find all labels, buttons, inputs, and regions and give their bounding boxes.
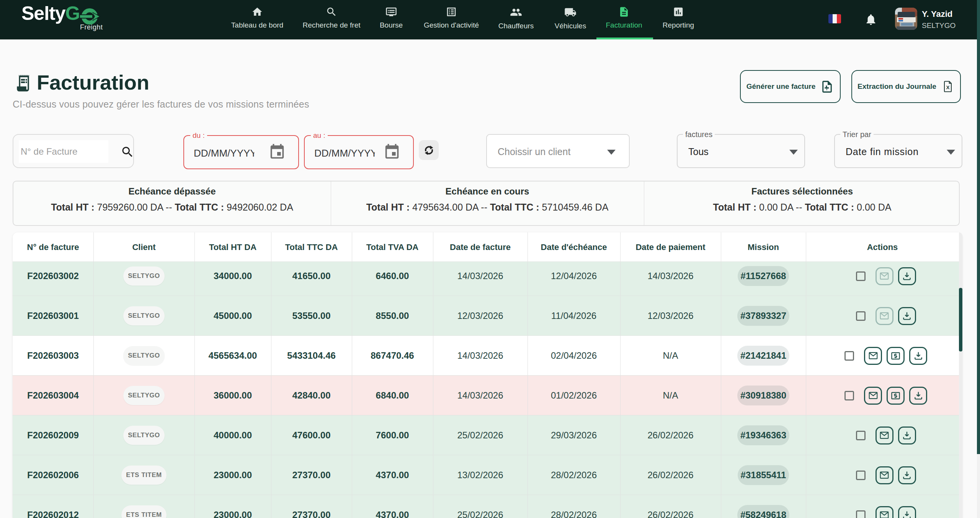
svg-text:X: X bbox=[946, 85, 949, 90]
